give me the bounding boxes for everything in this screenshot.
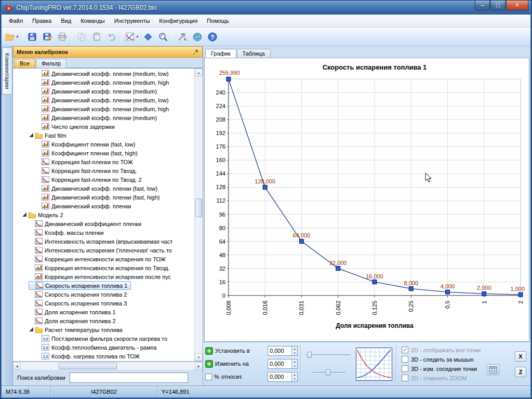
tree-item[interactable]: Доля испарения топлива 1 [29,308,119,316]
tree-item[interactable]: Fast film [29,131,70,140]
scroll-up-icon[interactable]: ▲ [195,69,203,76]
spinner[interactable]: ▲▼ [291,373,297,381]
value-slider-2[interactable] [312,369,345,376]
x-axis-button[interactable]: X [515,351,526,362]
comments-tab[interactable]: Комментарии [2,47,12,95]
save-button[interactable] [25,30,39,44]
horizontal-scroll-thumb[interactable] [59,363,117,369]
expander-icon[interactable] [29,327,34,332]
tools-button[interactable] [175,30,190,44]
compare-button[interactable] [141,30,155,44]
dropdown-arrow-icon[interactable]: ▼ [16,35,19,38]
svg-text:4,000: 4,000 [441,283,455,289]
slider-thumb[interactable] [326,369,330,376]
tree-item[interactable]: 1.2Коэфф. нагрева топлива по ТОЖ [35,352,143,361]
scroll-down-icon[interactable]: ▼ [195,353,203,361]
menu-item-6[interactable]: Конфигурация [155,16,202,25]
tree-item[interactable]: Динамический коэфф. пленки (medium, high [35,78,172,87]
tree-item[interactable]: Динамический коэфф. пленки (medium) [35,113,160,122]
menu-item-1[interactable]: Файл [5,16,27,25]
checkbox[interactable] [402,356,408,363]
pin-icon[interactable] [193,49,199,55]
dropdown-arrow-icon[interactable]: ▼ [136,35,139,38]
tree-item[interactable]: Коэффициент пленки (fast, low) [35,140,138,149]
value-slider-1[interactable] [306,351,351,358]
maximize-button[interactable]: □ [490,1,506,10]
menu-item-2[interactable]: Правка [28,16,56,25]
expander-icon[interactable] [29,132,34,138]
tree-vertical-scrollbar[interactable]: ▲ ▼ [194,69,203,361]
option-label: 2D - отображать все точки [411,347,481,353]
help-button[interactable]: ? [205,30,220,44]
tree-item[interactable]: Скорость испарения топлива 1 [29,281,131,290]
tab-filter[interactable]: Фильтр [36,59,66,68]
undo-button[interactable] [104,30,119,44]
minimize-button[interactable]: – [475,1,490,10]
toolbar-separator [121,31,122,43]
tree-item[interactable]: Динамический коэфф. пленки (medium, low) [35,69,172,78]
tree-item[interactable]: Динамический коэфф. пленки (medium, high [35,104,172,113]
expander-icon[interactable] [22,212,28,218]
tab-all[interactable]: Все [14,59,35,68]
checkbox[interactable] [402,365,408,372]
checkbox[interactable]: ✓ [402,347,408,353]
z-axis-button[interactable]: Z [515,367,526,377]
menu-item-5[interactable]: Инструменты [110,16,154,25]
tree-item[interactable]: Доля испарения топлива 2 [29,316,119,325]
tree-item[interactable]: Коэфф. массы пленки [29,228,107,237]
line-chart[interactable]: 0163248648096112128144160176192208224240… [205,58,529,341]
chart-mode-button[interactable]: ▼ [124,30,140,44]
menu-item-3[interactable]: Вид [57,16,75,25]
search-input[interactable] [70,373,188,383]
menu-item-7[interactable]: Помощь [203,16,233,25]
option-row-1[interactable]: ✓2D - отображать все точки [402,345,513,354]
tree-item[interactable]: Число циклов задержки [35,122,118,131]
tree-item-label: Динамический коэфф. пленки (medium, low) [51,97,169,103]
tree-item[interactable]: Динамический коэфф. пленки (fast, high) [35,193,163,202]
tree-item[interactable]: Коррекция интенсивности испарения по ТОЖ [29,255,169,263]
spinner[interactable]: ▲▼ [291,347,297,355]
tree-item[interactable]: Коэффициент пленки (fast, high) [35,149,141,157]
tree-item[interactable]: Динамический коэфф. пленки (fast, low) [35,184,161,193]
tree-item[interactable]: Скорость испарения топлива 3 [29,299,130,308]
menu-item-4[interactable]: Команды [76,16,109,25]
online-button[interactable] [190,30,205,44]
checkbox[interactable] [402,375,408,381]
tree-item[interactable]: Коррекция fast-пленки по Твозд. 2 [35,175,145,184]
tree-item[interactable]: Коррекция fast-пленки по ТОЖ [35,157,136,166]
tree-item[interactable]: Расчет температуры топлива [29,325,126,334]
scroll-left-icon[interactable]: ◀ [13,362,21,370]
copy-button[interactable] [74,30,89,44]
tree-item[interactable]: Динамический коэфф. пленки (medium, low) [35,96,172,104]
tree-item[interactable]: 1.2Пост.времени фильтра скорости нагрева… [35,334,170,343]
tree-item[interactable]: Интенсивность испарения (впрыскиваемая ч… [29,237,176,246]
close-button[interactable]: × [506,1,528,10]
slider-thumb[interactable] [307,352,312,358]
vertical-scroll-thumb[interactable] [195,198,202,217]
tree-item[interactable]: Коррекция интенсивности испарения по Тво… [29,263,172,272]
tab-chart[interactable]: График [205,49,236,58]
paste-button[interactable] [89,30,104,44]
scroll-right-icon[interactable]: ▶ [195,362,203,370]
tree-item[interactable]: Динамический коэфф. пленки (medium) [35,87,160,96]
tree-item[interactable]: 1.2Коэфф.теплообмена двигатель - рампа [35,343,160,352]
tree-item[interactable]: Коррекция интенсивности испарения после … [29,272,174,281]
tree-item[interactable]: Динамический коэффициент пленки [29,219,144,228]
tree-item[interactable]: Динамический коэфф. пленки [35,202,134,210]
tree-item[interactable]: Коррекция fast-пленки по Твозд. [35,166,140,175]
tree-item[interactable]: Интенсивность испарения ('пленочная' час… [29,246,175,255]
tree-item[interactable]: Скорость испарения топлива 2 [29,290,130,299]
tab-table[interactable]: Таблица [237,49,271,58]
tree-horizontal-scrollbar[interactable]: ◀ ▶ [13,362,203,370]
chart-canvas[interactable]: 0163248648096112128144160176192208224240… [204,58,529,342]
save-as-button[interactable] [40,30,55,44]
percent-checkbox[interactable] [205,374,212,380]
print-button[interactable] [55,30,70,44]
table-grid-button[interactable] [487,364,499,375]
tree-item[interactable]: Модель 2 [22,210,66,219]
open-button[interactable]: ▼ [4,30,20,44]
hist-icon [42,79,49,86]
zoom-button[interactable] [156,30,170,44]
option-row-2[interactable]: 3D - следить за мышью [402,355,513,364]
spinner[interactable]: ▲▼ [291,360,297,368]
